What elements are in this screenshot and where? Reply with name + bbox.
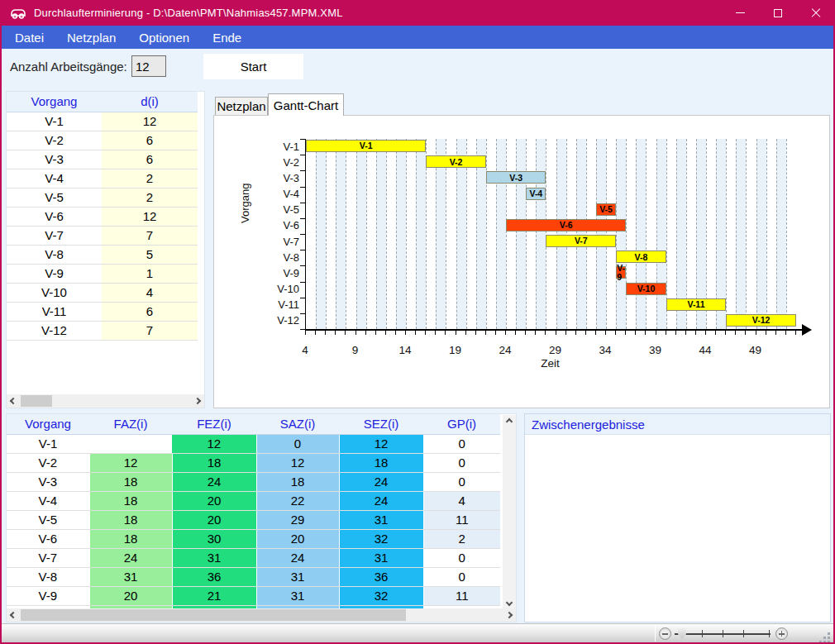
zwischenergebnisse-panel: Zwischenergebnisse — [524, 413, 831, 623]
minimize-icon — [736, 12, 745, 13]
maximize-icon — [774, 9, 782, 17]
sez-cell: 12 — [339, 434, 423, 453]
menu-item-optionen[interactable]: Optionen — [131, 27, 198, 48]
menu-item-ende[interactable]: Ende — [204, 27, 250, 48]
x-axis-tick — [495, 330, 496, 335]
anzahl-arbeitsgaenge-label: Anzahl Arbeitsgänge: — [10, 60, 127, 74]
menu-item-netzplan[interactable]: Netzplan — [59, 27, 124, 48]
scroll-up-icon[interactable] — [503, 415, 516, 428]
x-axis-tick — [425, 330, 426, 335]
y-axis-tick — [300, 313, 305, 314]
y-axis-tick — [300, 139, 305, 140]
left-table-hscrollbar[interactable] — [7, 394, 204, 408]
duration-cell: 2 — [102, 188, 198, 207]
vorgang-cell: V-10 — [7, 283, 102, 302]
saz-cell: 31 — [256, 586, 339, 605]
gp-cell: 2 — [423, 529, 500, 548]
minimize-button[interactable] — [721, 0, 759, 26]
grid-stripe — [656, 139, 666, 329]
fez-cell: 24 — [172, 472, 256, 491]
grid-stripe — [786, 139, 796, 329]
zoom-slider-thumb[interactable] — [678, 627, 686, 639]
x-axis-tick — [615, 330, 616, 335]
gantt-category-label: V-8 — [248, 251, 299, 264]
gantt-bar-v-11: V-11 — [666, 298, 727, 311]
gantt-plot-area: V-1V-2V-3V-4V-5V-6V-7V-8V-9V-10V-11V-12 — [305, 139, 795, 329]
title-bar[interactable]: Durchlaufterminierung - D:\Daten\PMT\Nah… — [0, 0, 835, 26]
table-row: V-52 — [7, 188, 198, 207]
scroll-right-icon[interactable] — [191, 394, 204, 408]
zoom-in-icon[interactable] — [775, 627, 788, 640]
duration-cell: 5 — [102, 245, 198, 264]
grid-stripe — [396, 139, 406, 329]
fez-cell: 21 — [172, 586, 256, 605]
grid-stripe — [756, 139, 766, 329]
table-row: V-104 — [7, 283, 198, 302]
gantt-category-label: V-5 — [248, 203, 299, 216]
resize-grip-icon[interactable] — [828, 632, 830, 635]
grid-stripe — [576, 139, 586, 329]
faz-cell: 18 — [89, 491, 172, 510]
col-header-fez: FEZ(i) — [172, 414, 256, 434]
x-axis-tick — [335, 330, 336, 335]
scroll-right-icon[interactable] — [503, 608, 516, 622]
maximize-button[interactable] — [759, 0, 797, 26]
statusbar-separator — [655, 626, 656, 642]
table-row: V-51820293111 — [7, 510, 500, 529]
saz-cell: 24 — [256, 548, 339, 567]
x-axis-tick — [795, 330, 796, 335]
vorgang-cell: V-2 — [7, 131, 102, 150]
scrollbar-thumb[interactable] — [21, 609, 406, 621]
x-axis-tick — [415, 330, 416, 335]
bottom-table-hscrollbar[interactable] — [7, 608, 516, 622]
sez-cell: 32 — [339, 586, 423, 605]
table-row: V-3182418240 — [7, 472, 500, 491]
bottom-table-vscrollbar[interactable] — [503, 415, 516, 609]
col-header-di: d(i) — [102, 92, 198, 112]
anzahl-arbeitsgaenge-input[interactable] — [131, 55, 166, 77]
grid-stripe — [306, 139, 316, 329]
y-axis-tick — [300, 250, 305, 250]
name-cell: V-5 — [7, 510, 89, 529]
grid-stripe — [556, 139, 566, 329]
col-header-faz: FAZ(i) — [89, 414, 172, 434]
gp-cell: 0 — [423, 567, 500, 586]
scroll-left-icon[interactable] — [7, 608, 20, 622]
menu-item-datei[interactable]: Datei — [7, 27, 52, 48]
close-button[interactable] — [797, 0, 835, 26]
tab-gantt-chart[interactable]: Gantt-Chart — [268, 93, 344, 116]
x-axis-tick — [315, 330, 316, 335]
vorgang-cell: V-7 — [7, 226, 102, 245]
start-button[interactable]: Start — [203, 54, 303, 79]
name-cell: V-4 — [7, 491, 89, 510]
gantt-bar-label: V-7 — [575, 236, 588, 246]
zoom-out-icon[interactable] — [659, 627, 671, 640]
sez-cell: 31 — [339, 548, 423, 567]
x-axis-tick — [625, 330, 626, 335]
scrollbar-thumb[interactable] — [21, 395, 52, 407]
duration-cell: 7 — [102, 321, 198, 340]
x-axis-tick — [756, 330, 756, 335]
x-axis-tick-label: 19 — [441, 344, 470, 356]
x-axis-tick — [545, 330, 546, 335]
faz-cell: 31 — [89, 567, 172, 586]
scroll-left-icon[interactable] — [7, 394, 20, 408]
gantt-bar-label: V-9 — [617, 264, 625, 281]
grid-stripe — [376, 139, 386, 329]
x-axis-tick — [515, 330, 516, 335]
grid-stripe — [646, 139, 656, 329]
gantt-bar-v-10: V-10 — [626, 283, 666, 295]
grid-stripe — [546, 139, 556, 329]
col-header-vorgang: Vorgang — [7, 92, 102, 112]
y-axis-tick — [300, 187, 305, 188]
tab-netzplan[interactable]: Netzplan — [215, 97, 268, 116]
gantt-bar-v-9: V-9 — [616, 266, 626, 279]
name-cell: V-6 — [7, 529, 89, 548]
scroll-down-icon[interactable] — [503, 596, 516, 609]
gantt-bar-label: V-2 — [450, 158, 463, 167]
fez-cell: 30 — [172, 529, 256, 548]
x-axis-tick — [465, 330, 466, 335]
application-window: Durchlaufterminierung - D:\Daten\PMT\Nah… — [0, 0, 835, 644]
grid-stripe — [606, 139, 616, 329]
gantt-category-label: V-9 — [248, 267, 299, 279]
